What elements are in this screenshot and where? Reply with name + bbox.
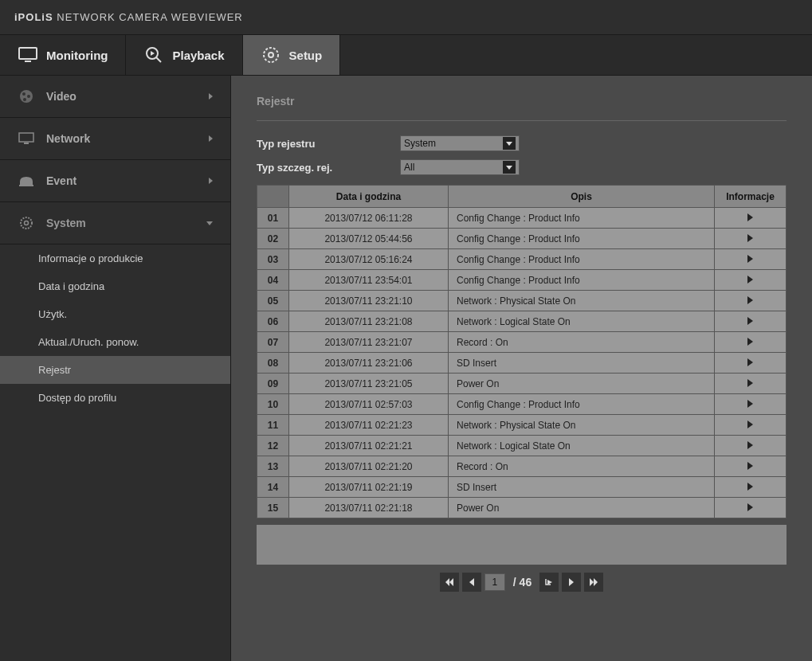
network-icon <box>18 130 35 147</box>
table-row: 142013/07/11 02:21:19SD Insert <box>257 477 787 498</box>
table-row: 042013/07/11 23:54:01Config Change : Pro… <box>257 270 787 291</box>
pager-prev-button[interactable] <box>462 573 481 592</box>
row-info-button[interactable] <box>715 477 787 498</box>
pager-first-button[interactable] <box>440 573 459 592</box>
system-gear-icon <box>18 214 35 232</box>
log-table: Data i godzina Opis Informacje 012013/07… <box>257 185 787 518</box>
table-row: 132013/07/11 02:21:20Record : On <box>257 456 787 477</box>
row-info-button[interactable] <box>715 436 787 456</box>
svg-marker-19 <box>547 580 552 585</box>
sidebar-item-system[interactable]: System <box>0 202 230 244</box>
sidebar-sub-datetime[interactable]: Data i godzina <box>0 272 230 300</box>
svg-point-7 <box>20 90 33 103</box>
sidebar-item-network[interactable]: Network <box>0 118 230 160</box>
dropdown-arrow-icon <box>503 137 516 150</box>
th-index <box>257 186 289 208</box>
chevron-right-icon <box>209 178 213 184</box>
play-icon <box>747 276 753 284</box>
table-row: 022013/07/12 05:44:56Config Change : Pro… <box>257 229 787 249</box>
monitor-icon <box>18 45 38 65</box>
pager-last-button[interactable] <box>584 573 603 592</box>
row-desc: Network : Logical State On <box>449 436 715 456</box>
sidebar-item-video[interactable]: Video <box>0 76 230 118</box>
row-info-button[interactable] <box>715 456 787 477</box>
table-row: 052013/07/11 23:21:10Network : Physical … <box>257 291 787 311</box>
pager-next-button[interactable] <box>562 573 581 592</box>
play-icon <box>747 213 753 221</box>
row-datetime: 2013/07/12 05:16:24 <box>289 249 449 270</box>
svg-point-5 <box>264 48 278 62</box>
row-index: 02 <box>257 229 289 249</box>
row-datetime: 2013/07/11 02:57:03 <box>289 394 449 415</box>
table-row: 112013/07/11 02:21:23Network : Physical … <box>257 415 787 436</box>
pager-current-input[interactable] <box>484 573 505 591</box>
pager: / 46 <box>257 573 787 592</box>
row-info-button[interactable] <box>715 374 787 394</box>
sidebar-item-event[interactable]: Event <box>0 160 230 202</box>
row-index: 13 <box>257 456 289 477</box>
chevron-right-icon <box>209 135 213 142</box>
row-desc: Power On <box>449 498 715 518</box>
table-row: 102013/07/11 02:57:03Config Change : Pro… <box>257 394 787 415</box>
row-datetime: 2013/07/11 23:21:08 <box>289 311 449 332</box>
svg-point-15 <box>25 221 29 225</box>
play-icon <box>747 400 753 408</box>
row-info-button[interactable] <box>715 415 787 436</box>
log-type-label: Typ rejestru <box>257 138 400 150</box>
play-icon <box>747 420 753 428</box>
th-datetime: Data i godzina <box>289 186 449 208</box>
play-icon <box>747 483 753 491</box>
gear-icon <box>261 45 281 65</box>
tab-monitoring[interactable]: Monitoring <box>0 35 126 75</box>
row-datetime: 2013/07/11 23:21:07 <box>289 332 449 353</box>
dropdown-arrow-icon <box>503 161 516 174</box>
th-desc: Opis <box>449 186 715 208</box>
table-row: 092013/07/11 23:21:05Power On <box>257 374 787 394</box>
row-info-button[interactable] <box>715 311 787 332</box>
row-index: 05 <box>257 291 289 311</box>
log-footer-bar <box>257 525 787 565</box>
sidebar-sub-product-info[interactable]: Informacje o produkcie <box>0 244 230 272</box>
row-info-button[interactable] <box>715 229 787 249</box>
tab-playback[interactable]: Playback <box>126 35 242 75</box>
row-info-button[interactable] <box>715 208 787 229</box>
table-row: 012013/07/12 06:11:28Config Change : Pro… <box>257 208 787 229</box>
sidebar: Video Network Event System Informacje o <box>0 76 231 661</box>
row-info-button[interactable] <box>715 291 787 311</box>
sidebar-sub-upgrade[interactable]: Aktual./Uruch. ponow. <box>0 328 230 356</box>
row-datetime: 2013/07/11 02:21:18 <box>289 498 449 518</box>
table-row: 062013/07/11 23:21:08Network : Logical S… <box>257 311 787 332</box>
row-index: 01 <box>257 208 289 229</box>
row-info-button[interactable] <box>715 394 787 415</box>
svg-marker-22 <box>594 578 598 586</box>
svg-rect-0 <box>19 48 37 59</box>
main-content: Rejestr Typ rejestru System Typ szczeg. … <box>231 76 812 661</box>
row-info-button[interactable] <box>715 498 787 518</box>
brand-text: iPOLiS <box>14 11 53 23</box>
row-datetime: 2013/07/11 23:21:10 <box>289 291 449 311</box>
row-info-button[interactable] <box>715 249 787 270</box>
row-desc: Network : Logical State On <box>449 311 715 332</box>
row-datetime: 2013/07/11 02:21:21 <box>289 436 449 456</box>
svg-rect-1 <box>25 61 31 62</box>
row-index: 10 <box>257 394 289 415</box>
tab-setup[interactable]: Setup <box>243 35 341 75</box>
row-datetime: 2013/07/11 23:54:01 <box>289 270 449 291</box>
svg-rect-11 <box>19 133 33 142</box>
row-info-button[interactable] <box>715 270 787 291</box>
sidebar-sub-user[interactable]: Użytk. <box>0 300 230 328</box>
sidebar-sub-profile-access[interactable]: Dostęp do profilu <box>0 384 230 412</box>
svg-point-9 <box>27 95 30 98</box>
log-type-select[interactable]: System <box>400 135 520 151</box>
pager-go-button[interactable] <box>539 573 559 592</box>
row-index: 08 <box>257 353 289 374</box>
row-index: 12 <box>257 436 289 456</box>
sidebar-sub-log[interactable]: Rejestr <box>0 356 230 384</box>
svg-marker-21 <box>590 578 594 586</box>
svg-marker-20 <box>569 578 574 586</box>
log-subtype-select[interactable]: All <box>400 159 520 175</box>
table-row: 072013/07/11 23:21:07Record : On <box>257 332 787 353</box>
row-info-button[interactable] <box>715 332 787 353</box>
row-info-button[interactable] <box>715 353 787 374</box>
play-icon <box>747 296 753 304</box>
